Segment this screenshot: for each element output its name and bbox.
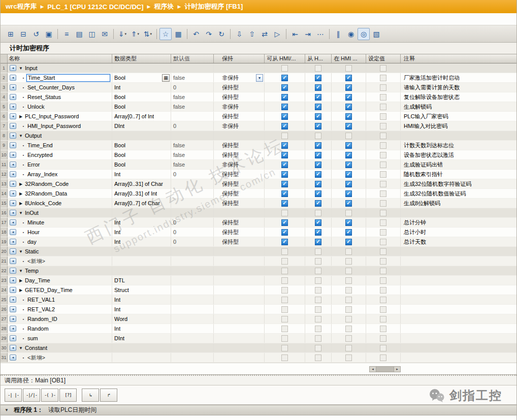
initialize-setpoints-button[interactable]: ⇅▾ [142,28,154,40]
retain-cell[interactable]: 保持型 [214,179,265,188]
variable-name[interactable]: Input [24,65,37,71]
checkbox-hmi-accessible[interactable]: ✓ [281,190,288,197]
checkbox-hmi-writable[interactable]: ✓ [315,181,321,187]
checkbox-hmi-visible[interactable]: ✓ [345,142,352,149]
checkbox-hmi-visible[interactable]: ✓ [345,161,352,168]
variable-name[interactable]: Output [24,133,42,139]
variable-name[interactable]: Random [26,326,49,332]
data-type-cell[interactable]: Word [112,314,171,324]
retain-cell[interactable]: 非保持▼ [214,73,265,82]
table-row[interactable]: 3◄▪Set_Counter_DaysInt0保持型✓✓✓请输入需要计算的天数 [1,83,516,92]
comment-cell[interactable] [401,266,516,275]
variable-name[interactable]: Minute [26,219,44,225]
checkbox-hmi-accessible[interactable]: ✓ [281,152,288,158]
data-type-cell[interactable]: DInt [112,121,171,131]
name-cell[interactable]: ◄▼Static [8,247,112,256]
column-header-retain[interactable]: 保持 [214,54,265,63]
comment-cell[interactable]: 总计小时 [401,228,516,237]
collapse-arrow-icon[interactable]: ▼ [18,211,24,215]
name-cell[interactable]: ◄▶32Random_Data [8,189,112,198]
checkbox-hmi-writable[interactable]: ✓ [315,142,321,149]
retain-cell[interactable]: 保持型 [214,237,265,246]
checkbox-hmi-writable[interactable]: ✓ [315,161,321,168]
download-to-device-button[interactable]: ⇩ [233,28,245,40]
comment-cell[interactable]: 厂家激活加密计时启动 [401,73,516,82]
retain-cell[interactable] [214,324,265,333]
lad-contact-nc-button[interactable]: -|/|- [23,389,40,402]
checkbox-hmi-writable[interactable]: ✓ [315,113,321,120]
table-row[interactable]: 31◄▪<新增> [1,353,516,363]
comment-cell[interactable]: 设备加密状态以激活 [401,150,516,159]
checkbox-hmi-accessible[interactable]: ✓ [281,113,288,120]
variable-name[interactable]: 8Unlock_Code [24,200,61,206]
checkbox-hmi-visible[interactable]: ✓ [345,94,352,101]
retain-cell[interactable] [214,208,265,217]
retain-cell[interactable] [214,353,265,362]
comment-cell[interactable]: 计数天数到达标志位 [401,141,516,150]
column-header-hmi-writable[interactable]: 从 H... [305,54,332,63]
checkbox-hmi-visible[interactable]: ✓ [345,200,352,207]
variable-name[interactable]: RET_VAL1 [26,297,55,303]
default-value-cell[interactable]: false [171,160,214,169]
comment-cell[interactable]: 生成32位随机数字符验证码 [401,179,516,188]
comment-cell[interactable]: 复位解除设备加密状态 [401,92,516,102]
table-row[interactable]: 19◄▪dayInt0保持型✓✓✓总计天数 [1,237,516,247]
variable-name[interactable]: Temp [24,268,39,274]
variable-name[interactable]: Array_Index [26,171,57,177]
name-cell[interactable]: ◄▶PLC_Input_Password [8,112,112,121]
checkbox-hmi-writable[interactable]: ✓ [315,104,321,110]
data-type-cell[interactable] [112,247,171,256]
expand-arrow-icon[interactable]: ▶ [18,201,24,206]
variable-name[interactable]: Time_End [26,142,53,148]
absolute-operands-button[interactable]: ▤ [73,28,85,40]
retain-cell[interactable]: 保持型 [214,150,265,159]
favorites-button[interactable]: ☆ [159,28,172,40]
data-type-cell[interactable]: Int [112,295,171,304]
name-cell[interactable]: ◄▪Reset_Status [8,92,112,102]
default-value-cell[interactable]: false [171,102,214,111]
expand-arrow-icon[interactable]: ▶ [18,191,24,196]
upload-snapshots-button[interactable]: ⇑▾ [129,28,141,40]
default-value-cell[interactable]: 0 [171,228,214,237]
checkbox-hmi-visible[interactable]: ✓ [345,113,352,120]
name-cell[interactable]: ◄▶8Unlock_Code [8,199,112,208]
table-row[interactable]: 29◄▪sumDInt [1,334,516,343]
checkbox-hmi-writable[interactable]: ✓ [315,94,321,101]
default-value-cell[interactable] [171,247,214,256]
type-browse-button[interactable]: ▦ [162,74,170,82]
default-value-cell[interactable]: 0 [171,170,214,179]
table-row[interactable]: 6◄▶PLC_Input_PasswordArray[0..7] of Int保… [1,112,516,121]
name-cell[interactable]: ◄▪Set_Counter_Days [8,83,112,92]
variable-name[interactable]: sum [26,335,38,341]
table-row[interactable]: 24◄▶GETED_Day_TimeStruct [1,285,516,295]
comment-cell[interactable]: 请输入需要计算的天数 [401,83,516,92]
comment-cell[interactable] [401,314,516,324]
data-type-cell[interactable]: Bool [112,150,171,159]
download-snapshots-button[interactable]: ⇓▾ [116,28,128,40]
collapse-arrow-icon[interactable]: ▼ [18,346,24,350]
checkbox-hmi-accessible[interactable]: ✓ [281,171,288,178]
comment-cell[interactable] [401,208,516,217]
name-cell[interactable]: ◄▪Encrypted [8,150,112,159]
variable-name[interactable]: Hour [26,229,40,235]
breadcrumb-item-library[interactable]: wrc程序库 [6,2,37,11]
table-row[interactable]: 11◄▪ErrorBoolfalse非保持✓✓✓生成验证码出错 [1,160,516,170]
table-row[interactable]: 22◄▼Temp [1,266,516,276]
table-row[interactable]: 20◄▼Static [1,247,516,256]
variable-name[interactable]: Time_Start [26,74,110,82]
collapse-arrow-icon[interactable]: ▼ [18,269,24,273]
table-row[interactable]: 21◄▪<新增> [1,256,516,266]
name-cell[interactable]: ◄▪Unlock [8,102,112,111]
variable-name[interactable]: PLC_Input_Password [24,113,79,119]
comment-cell[interactable] [401,353,516,362]
data-type-cell[interactable]: Array[0..7] of Int [112,112,171,121]
name-cell[interactable]: ◄▪<新增> [8,256,112,266]
reset-start-values-button[interactable]: ↺ [30,28,42,40]
name-cell[interactable]: ◄▼Temp [8,266,112,275]
comment-cell[interactable] [401,276,516,285]
retain-cell[interactable]: 非保持 [214,160,265,169]
comment-cell[interactable] [401,343,516,352]
data-type-cell[interactable]: Int [112,237,171,246]
retain-cell[interactable]: 保持型 [214,112,265,121]
default-value-cell[interactable]: false [171,73,214,82]
